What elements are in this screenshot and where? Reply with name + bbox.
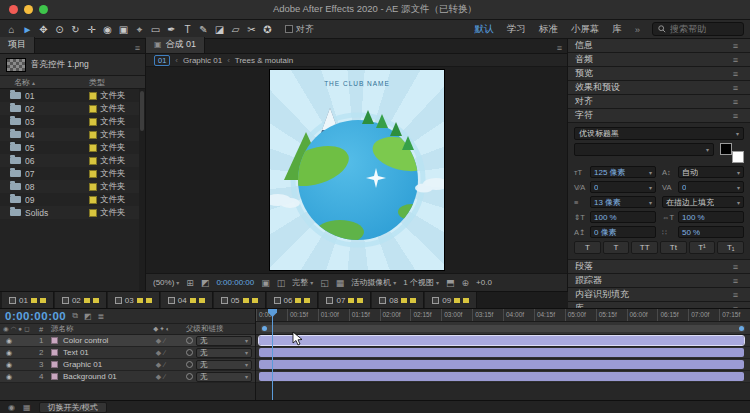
project-item-name[interactable]: 06 [25,156,89,166]
snap-checkbox[interactable] [285,25,293,33]
timeline-comp-tab[interactable]: 01 [2,292,54,308]
layer-row[interactable]: ◉ 4 Background 01 ◆∕ 无 ▾ [0,371,255,383]
snap-toggle[interactable]: 对齐 [285,23,314,36]
orbit-camera-tool-icon[interactable]: ↻ [70,21,81,38]
pixel-aspect-correction-icon[interactable]: ⬒ [446,278,455,288]
zoom-window-button[interactable] [39,5,48,14]
layer-row[interactable]: ◉ 2 Text 01 ◆∕ 无 ▾ [0,347,255,359]
draft-3d-icon[interactable]: ◩ [84,312,92,321]
visibility-eye-icon[interactable]: ◉ [3,337,15,345]
work-area-bar[interactable] [256,322,750,335]
layer-duration-bar[interactable] [259,372,744,381]
comp-mini-flowchart-icon[interactable]: ⧉ [72,311,78,321]
project-item-name[interactable]: 09 [25,195,89,205]
project-item-row[interactable]: 09 文件夹 [0,193,145,206]
clone-stamp-tool-icon[interactable]: ◪ [214,21,225,38]
collapsed-panel-header[interactable]: 段落 ≡ [568,260,750,274]
project-item-row[interactable]: 04 文件夹 [0,128,145,141]
transparency-grid-icon[interactable]: ▦ [336,278,345,288]
small-caps-button[interactable]: Tt [660,241,687,254]
baseline-shift-control[interactable]: A↥ 0 像素 [574,226,656,238]
panel-menu-icon[interactable]: ≡ [728,55,743,65]
panel-menu-icon[interactable]: ≡ [728,111,743,121]
font-family-select[interactable]: 优设标题黑▾ [574,127,744,140]
choose-grid-guides-icon[interactable]: ⊞ [186,278,194,288]
collapsed-panel-header[interactable]: 内容识别填充 ≡ [568,288,750,302]
timeline-comp-tab[interactable]: 06 [267,292,319,308]
selection-tool-icon[interactable]: ► [22,21,33,38]
panel-menu-icon[interactable]: ≡ [728,69,743,79]
take-snapshot-icon[interactable]: ▣ [261,278,270,288]
vertical-scale-control[interactable]: ⇕T 100 % [574,211,656,223]
layer-name[interactable]: Color control [60,336,138,345]
project-scrollbar[interactable] [139,89,145,291]
pan-camera-tool-icon[interactable]: ✛ [86,21,97,38]
layer-switches[interactable]: ◆∕ [140,373,184,381]
proportional-spacing-control[interactable]: ∷ 50 % [662,226,744,238]
work-area-end-handle[interactable] [739,326,744,331]
panel-menu-icon[interactable]: ≡ [728,83,743,93]
region-of-interest-icon[interactable]: ◱ [320,278,329,288]
project-item-row[interactable]: Solids 文件夹 [0,206,145,219]
magnification-select[interactable]: (50%)▾ [153,278,179,287]
timeline-comp-tab[interactable]: 05 [214,292,266,308]
layer-duration-bar[interactable] [259,348,744,357]
layer-name[interactable]: Text 01 [60,348,138,357]
layer-name[interactable]: Background 01 [60,372,138,381]
brush-tool-icon[interactable]: ✎ [198,21,209,38]
preview-time[interactable]: 0:00:00:00 [216,278,254,287]
project-item-name[interactable]: 01 [25,91,89,101]
help-search-box[interactable] [652,22,744,36]
breadcrumb-trees-mountain[interactable]: Trees & moutain [235,56,293,65]
parent-pick-whip-icon[interactable] [186,337,193,344]
dolly-camera-tool-icon[interactable]: ◉ [102,21,113,38]
puppet-pin-tool-icon[interactable]: ✪ [262,21,273,38]
layer-color-chip[interactable] [51,361,58,368]
label-color-chip[interactable] [89,105,97,113]
layer-color-chip[interactable] [51,349,58,356]
workspace-tab-learn[interactable]: 学习 [507,23,526,36]
exposure-value[interactable]: +0.0 [476,278,492,287]
layer-duration-bar[interactable] [259,360,744,369]
layer-name[interactable]: Graphic 01 [60,360,138,369]
column-parent-link[interactable]: 父级和链接 [186,324,252,334]
layer-color-chip[interactable] [51,337,58,344]
breadcrumb-comp-01[interactable]: 01 [154,55,170,66]
project-item-row[interactable]: 05 文件夹 [0,141,145,154]
collapsed-panel-header[interactable]: 跟踪器 ≡ [568,274,750,288]
timeline-comp-tab[interactable]: 03 [108,292,160,308]
timeline-track-area[interactable]: 0:00f00:15f01:00f01:15f02:00f02:15f03:00… [256,309,750,400]
layer-switches[interactable]: ◆∕ [140,349,184,357]
label-color-chip[interactable] [89,183,97,191]
layer-switches[interactable]: ◆∕ [140,337,184,345]
parent-select[interactable]: 无 ▾ [196,348,252,358]
character-panel-header[interactable]: 字符 ≡ [568,109,750,123]
playhead-line[interactable] [272,309,273,400]
collapsed-panel-header[interactable]: 预览 ≡ [568,67,750,81]
toggle-mask-visibility-icon[interactable]: ◩ [201,278,210,288]
camera-select[interactable]: 活动摄像机▾ [351,277,396,288]
time-ruler[interactable]: 0:00f00:15f01:00f01:15f02:00f02:15f03:00… [256,309,750,322]
stroke-order-select[interactable]: 在描边上填充▾ [662,196,744,208]
footage-preview[interactable]: 音亮控件 1.png [0,54,145,76]
panel-menu-icon[interactable]: ≡ [552,43,567,53]
breadcrumb-graphic-01[interactable]: Graphic 01 [183,56,222,65]
visibility-eye-icon[interactable]: ◉ [3,361,15,369]
minimize-window-button[interactable] [24,5,33,14]
column-source-name[interactable]: 源名称 [51,324,138,334]
all-caps-button[interactable]: TT [631,241,658,254]
parent-pick-whip-icon[interactable] [186,373,193,380]
collapsed-panel-header[interactable]: 音频 ≡ [568,53,750,67]
label-color-chip[interactable] [89,131,97,139]
layer-duration-bar[interactable] [259,336,744,345]
collapsed-panel-header[interactable]: 信息 ≡ [568,39,750,53]
layer-switches[interactable]: ◆∕ [140,361,184,369]
parent-select[interactable]: 无 ▾ [196,360,252,370]
collapsed-panel-header[interactable]: 效果和预设 ≡ [568,81,750,95]
workspace-tab-libraries[interactable]: 库 [612,23,622,36]
toggle-switches-modes-button[interactable]: 切换开关/模式 [39,402,107,413]
kerning-control[interactable]: V∕A 0▾ [574,181,656,193]
parent-select[interactable]: 无 ▾ [196,372,252,382]
faux-italic-button[interactable]: T [603,241,630,254]
tab-composition[interactable]: ▣ 合成 01 [146,37,205,53]
